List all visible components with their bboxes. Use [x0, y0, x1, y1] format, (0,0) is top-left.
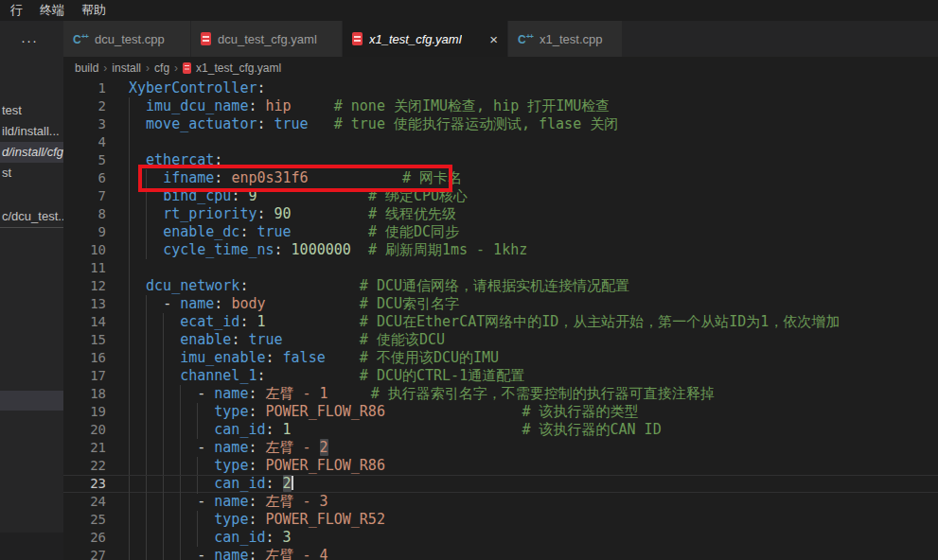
code-line[interactable]: 24 - name: 左臂 - 3: [63, 493, 938, 511]
code-token: [248, 277, 359, 294]
tab-dcu_test_cfg.yaml[interactable]: dcu_test_cfg.yaml: [191, 21, 343, 57]
code-token: -: [197, 493, 214, 510]
sidebar-item[interactable]: st: [0, 163, 63, 184]
comment-token: # 该执行器的类型: [522, 403, 638, 420]
code-line[interactable]: 5 ethercat:: [63, 151, 938, 169]
code-token: :: [257, 205, 274, 222]
breadcrumb-segment[interactable]: build: [75, 61, 98, 75]
code-token: :: [248, 457, 265, 474]
code-token: [309, 169, 402, 186]
code-token: 90: [274, 205, 292, 222]
code-token: ecat_id: [180, 313, 239, 330]
code-token: [326, 349, 360, 366]
sidebar-item[interactable]: test: [0, 100, 63, 121]
line-number: 9: [63, 223, 106, 241]
code-text: - name: 左臂 - 1 # 执行器索引名字，不需要控制的执行器可直接注释掉: [129, 385, 715, 403]
code-line[interactable]: 13 - name: body # DCU索引名字: [63, 295, 938, 313]
code-token: :: [248, 385, 265, 402]
line-number: 25: [63, 511, 106, 529]
code-line[interactable]: 25 type: POWER_FLOW_R52: [63, 511, 938, 529]
sidebar-item[interactable]: ild/install...: [0, 121, 63, 142]
code-text: can_id: 3: [129, 529, 292, 547]
tab-x1_test_cfg.yaml[interactable]: x1_test_cfg.yaml×: [343, 21, 508, 57]
code-token: [129, 169, 163, 186]
code-line[interactable]: 6 ifname: enp0s31f6 # 网卡名: [63, 169, 938, 187]
code-line[interactable]: 12 dcu_network: # DCU通信网络，请根据实机连接情况配置: [63, 277, 938, 295]
code-line[interactable]: 10 cycle_time_ns: 1000000 # 刷新周期1ms - 1k…: [63, 241, 938, 259]
code-line[interactable]: 21 - name: 左臂 - 2: [63, 439, 938, 457]
menu-item[interactable]: 终端: [31, 0, 73, 21]
code-token: :: [266, 529, 283, 546]
code-token: 1: [283, 421, 292, 438]
code-line[interactable]: 18 - name: 左臂 - 1 # 执行器索引名字，不需要控制的执行器可直接…: [63, 385, 938, 403]
tab-dcu_test.cpp[interactable]: C++dcu_test.cpp: [63, 21, 191, 57]
code-token: [129, 493, 197, 510]
sidebar-item[interactable]: c/dcu_test...: [0, 206, 63, 227]
tab-x1_test.cpp[interactable]: C++x1_test.cpp: [508, 21, 623, 57]
code-line[interactable]: 3 move_actuator: true # true 使能执行器运动测试, …: [63, 115, 938, 133]
code-token: :: [248, 547, 265, 560]
code-line[interactable]: 27 - name: 左臂 - 4: [63, 547, 938, 560]
sidebar-item[interactable]: d/install/cfg: [0, 142, 63, 163]
close-icon[interactable]: ×: [482, 31, 498, 47]
code-text: - name: 左臂 - 3: [129, 493, 328, 511]
code-token: [385, 403, 522, 420]
code-token: 2: [320, 439, 328, 456]
code-line[interactable]: 20 can_id: 1 # 该执行器的CAN ID: [63, 421, 938, 439]
code-text: type: POWER_FLOW_R86: [129, 457, 385, 475]
code-text: imu_enable: false # 不使用该DCU的IMU: [129, 349, 499, 367]
code-token: 2: [283, 475, 292, 492]
code-line[interactable]: 26 can_id: 3: [63, 529, 938, 547]
code-token: [129, 385, 197, 402]
code-text: bind_cpu: 9 # 绑定CPU核心: [129, 187, 468, 205]
breadcrumb-file-label: x1_test_cfg.yaml: [196, 61, 281, 75]
code-token: [257, 187, 367, 204]
comment-token: # true 使能执行器运动测试, flase 关闭: [334, 115, 618, 132]
menu-item[interactable]: 帮助: [73, 0, 115, 21]
code-token: 左臂 - 1: [266, 385, 328, 402]
code-text: - name: 左臂 - 2: [129, 439, 328, 457]
code-line[interactable]: 11: [63, 259, 938, 277]
line-number: 4: [63, 133, 106, 151]
breadcrumb-segment[interactable]: cfg: [154, 61, 169, 75]
code-text: cycle_time_ns: 1000000 # 刷新周期1ms - 1khz: [129, 241, 527, 259]
code-editor[interactable]: 1XyberController:2 imu_dcu_name: hip # n…: [63, 79, 938, 560]
line-number: 16: [63, 349, 106, 367]
code-token: dcu_network: [146, 277, 239, 294]
comment-token: # 绑定CPU核心: [368, 187, 468, 204]
code-token: 3: [283, 529, 292, 546]
more-actions-button[interactable]: ···: [21, 32, 38, 48]
code-line[interactable]: 9 enable_dc: true # 使能DC同步: [63, 223, 938, 241]
sidebar-selected-row[interactable]: [0, 391, 63, 411]
code-token: [129, 187, 163, 204]
code-line[interactable]: 19 type: POWER_FLOW_R86 # 该执行器的类型: [63, 403, 938, 421]
cpp-file-icon: C++: [518, 33, 533, 45]
code-line[interactable]: 2 imu_dcu_name: hip # none 关闭IMU检查, hip …: [63, 97, 938, 115]
code-text: XyberController:: [129, 79, 266, 97]
breadcrumb-file[interactable]: x1_test_cfg.yaml: [183, 61, 281, 75]
code-line[interactable]: 4: [63, 133, 938, 151]
code-line[interactable]: 1XyberController:: [63, 79, 938, 97]
code-text: rt_priority: 90 # 线程优先级: [129, 205, 456, 223]
line-number: 12: [63, 277, 106, 295]
code-line[interactable]: 15 enable: true # 使能该DCU: [63, 331, 938, 349]
yaml-file-icon: [201, 32, 211, 45]
code-token: [129, 547, 197, 560]
code-token: :: [257, 115, 274, 132]
code-text: - name: body # DCU索引名字: [129, 295, 459, 313]
code-token: [129, 97, 146, 114]
code-token: [351, 241, 368, 258]
tab-label: dcu_test.cpp: [95, 32, 165, 46]
breadcrumb-segment[interactable]: install: [112, 61, 141, 75]
code-line[interactable]: 7 bind_cpu: 9 # 绑定CPU核心: [63, 187, 938, 205]
code-line[interactable]: 8 rt_priority: 90 # 线程优先级: [63, 205, 938, 223]
code-text: dcu_network: # DCU通信网络，请根据实机连接情况配置: [129, 277, 629, 295]
code-line[interactable]: 22 type: POWER_FLOW_R86: [63, 457, 938, 475]
text-cursor: [292, 476, 293, 490]
menu-item[interactable]: 行: [2, 0, 31, 21]
code-line[interactable]: 14 ecat_id: 1 # DCU在EtherCAT网络中的ID，从主站开始…: [63, 313, 938, 331]
code-line[interactable]: 17 channel_1: # DCU的CTRL-1通道配置: [63, 367, 938, 385]
code-line[interactable]: 16 imu_enable: false # 不使用该DCU的IMU: [63, 349, 938, 367]
code-line[interactable]: 23 can_id: 2: [63, 475, 938, 493]
chevron-right-icon: ›: [141, 61, 154, 75]
